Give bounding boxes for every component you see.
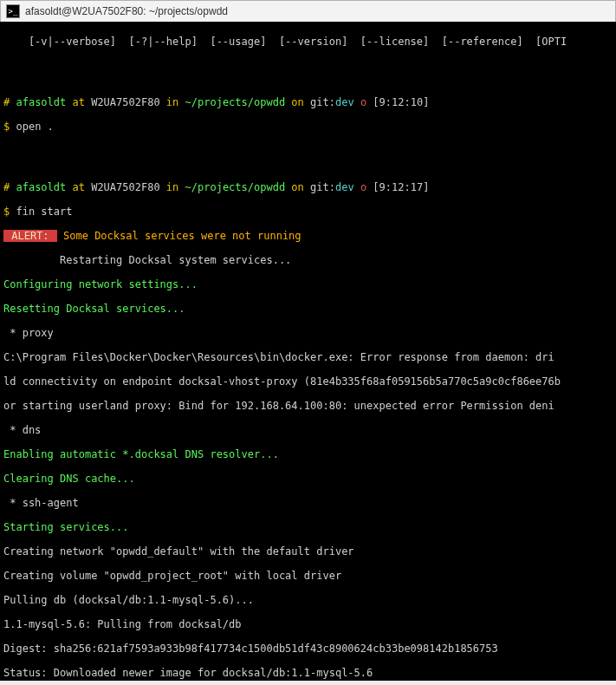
output-line: * proxy	[3, 327, 613, 339]
blank	[3, 60, 613, 72]
terminal-icon: >_	[6, 4, 20, 18]
output-line: Status: Downloaded newer image for docks…	[3, 667, 613, 679]
output-line: Configuring network settings...	[3, 278, 613, 290]
cmd-line: $ open .	[3, 121, 613, 133]
output-line: Resetting Docksal services...	[3, 303, 613, 315]
restart-line: Restarting Docksal system services...	[3, 254, 613, 266]
window-titlebar[interactable]: >_ afasoldt@W2UA7502F80: ~/projects/opwd…	[0, 0, 616, 22]
output-line: Starting services...	[3, 521, 613, 533]
output-line: Creating volume "opwdd_project_root" wit…	[3, 570, 613, 582]
prompt-line: # afasoldt at W2UA7502F80 in ~/projects/…	[3, 181, 613, 193]
output-line: 1.1-mysql-5.6: Pulling from docksal/db	[3, 618, 613, 630]
output-line: * ssh-agent	[3, 497, 613, 509]
output-line: Pulling db (docksal/db:1.1-mysql-5.6)...	[3, 594, 613, 606]
blank	[3, 145, 613, 157]
terminal-output[interactable]: [-v|--verbose] [-?|--help] [--usage] [--…	[0, 22, 616, 681]
help-line: [-v|--verbose] [-?|--help] [--usage] [--…	[3, 36, 613, 48]
output-line: Enabling automatic *.docksal DNS resolve…	[3, 448, 613, 460]
error-line: C:\Program Files\Docker\Docker\Resources…	[3, 351, 613, 363]
output-line: Clearing DNS cache...	[3, 473, 613, 485]
error-line: ld connectivity on endpoint docksal-vhos…	[3, 375, 613, 388]
cmd-line: $ fin start	[3, 206, 613, 218]
alert-line: ALERT: Some Docksal services were not ru…	[3, 230, 613, 242]
output-line: Creating network "opwdd_default" with th…	[3, 545, 613, 558]
output-line: Digest: sha256:621af7593a933b98f417734c1…	[3, 643, 613, 655]
window-title: afasoldt@W2UA7502F80: ~/projects/opwdd	[25, 5, 228, 17]
output-line: * dns	[3, 424, 613, 436]
prompt-line: # afasoldt at W2UA7502F80 in ~/projects/…	[3, 96, 613, 108]
error-line: or starting userland proxy: Bind for 192…	[3, 400, 613, 412]
